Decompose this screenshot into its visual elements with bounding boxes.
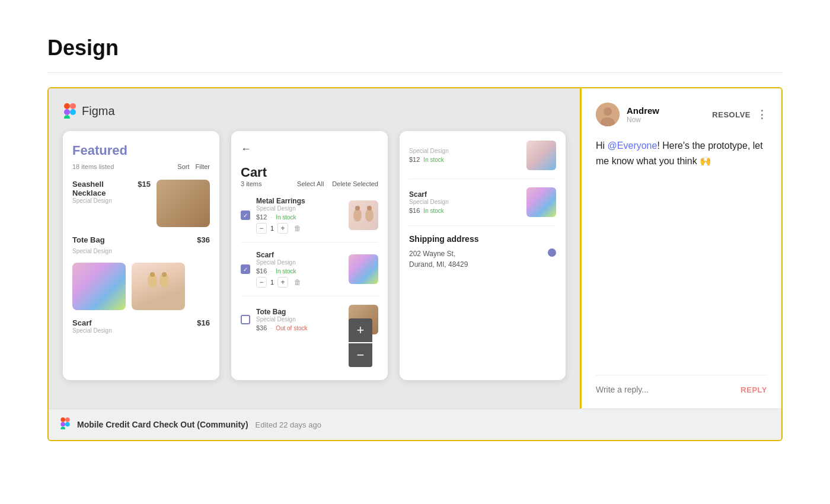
back-arrow-icon[interactable]: ← — [241, 143, 251, 155]
cart-item-info-1: Metal Earrings Special Design $12 · In s… — [256, 197, 343, 234]
qty-minus-1[interactable]: − — [256, 223, 267, 234]
avatar — [596, 103, 620, 126]
cart-item-price-row-3: $36 · Out of stock — [256, 324, 343, 331]
dot-3: · — [270, 325, 272, 331]
shipping-radio[interactable] — [548, 248, 556, 257]
qty-minus-2[interactable]: − — [256, 277, 267, 288]
svg-point-8 — [162, 272, 167, 277]
figma-canvas: Figma Featured 18 items listed Sort Filt… — [49, 88, 580, 409]
overlay-brand-2: Special Design — [409, 199, 521, 205]
shipping-section: Shipping address 202 Wayne St, Durand, M… — [409, 234, 556, 270]
product-brand-1: Special Design — [72, 197, 132, 204]
canvas-bottom: Mobile Credit Card Check Out (Community)… — [49, 409, 781, 440]
shipping-title: Shipping address — [409, 234, 556, 244]
cart-item-2: ✓ Scarf Special Design $16 · In stock − — [241, 251, 378, 296]
author-time: Now — [627, 116, 659, 124]
dot-2: · — [270, 268, 272, 275]
product-row-2-header: Tote Bag $36 — [72, 235, 210, 244]
cart-header: ← — [241, 143, 378, 155]
figma-logo-icon — [63, 103, 77, 119]
filter-sort: Sort Filter — [177, 163, 210, 170]
overlay-stock-1: In stock — [423, 157, 443, 163]
overlay-price-row-2: $16 In stock — [409, 207, 521, 214]
cart-item-price-row-2: $16 · In stock — [256, 267, 343, 275]
dot-1: · — [270, 214, 272, 221]
cart-item-stock-3: Out of stock — [276, 325, 307, 331]
cart-item-info-2: Scarf Special Design $16 · In stock − 1 … — [256, 251, 343, 288]
comment-author: Andrew Now — [596, 103, 659, 126]
cart-item-1: ✓ Metal Earrings Special Design $12 · In… — [241, 197, 378, 243]
scarf-name: Scarf — [72, 318, 112, 327]
avatar-face — [596, 103, 620, 126]
svg-rect-1 — [70, 103, 76, 109]
reply-button[interactable]: REPLY — [740, 385, 767, 394]
overlay-name-2: Scarf — [409, 190, 521, 199]
overlay-price-1: $12 — [409, 156, 420, 163]
scarf-brand: Special Design — [72, 327, 112, 334]
cart-item-price-2: $16 — [256, 267, 267, 275]
cart-item-name-2: Scarf — [256, 251, 343, 259]
comment-prefix: Hi — [596, 141, 608, 151]
title-divider — [47, 72, 783, 73]
delete-selected-btn[interactable]: Delete Selected — [332, 180, 378, 187]
cart-item-price-row-1: $12 · In stock — [256, 213, 343, 221]
cart-title: Cart — [241, 165, 378, 180]
cart-item-info-3: Tote Bag Special Design $36 · Out of sto… — [256, 308, 343, 331]
author-info: Andrew Now — [627, 106, 659, 124]
cart-earrings-image — [349, 200, 378, 230]
overlay-item-1: Special Design $12 In stock — [409, 141, 556, 179]
cart-item-price-3: $36 — [256, 324, 267, 331]
svg-rect-19 — [60, 426, 65, 429]
tote-name: Tote Bag — [72, 235, 105, 244]
cart-item-stock-1: In stock — [276, 214, 296, 221]
svg-point-7 — [150, 272, 155, 277]
overlay-scarf-image — [526, 187, 556, 217]
qty-plus-1[interactable]: + — [277, 223, 288, 234]
comment-header: Andrew Now RESOLVE ⋮ — [596, 103, 767, 126]
sort-label: Sort — [177, 163, 189, 170]
product-info-1: Seashell Necklace Special Design — [72, 180, 132, 227]
delete-icon-1[interactable]: 🗑 — [294, 224, 301, 232]
shipping-row: 202 Wayne St, Durand, MI, 48429 — [409, 248, 556, 270]
cart-actions: Select All Delete Selected — [297, 180, 378, 187]
resolve-button[interactable]: RESOLVE — [712, 110, 751, 119]
checkbox-2[interactable]: ✓ — [241, 264, 250, 274]
product-image-tote — [157, 180, 210, 227]
product-row-3 — [72, 263, 210, 310]
delete-icon-2[interactable]: 🗑 — [294, 278, 301, 286]
scarf-row: Scarf Special Design $16 — [72, 318, 210, 334]
qty-val-1: 1 — [270, 225, 274, 232]
cart-item-brand-1: Special Design — [256, 205, 343, 212]
featured-frame: Featured 18 items listed Sort Filter Sea… — [63, 131, 219, 380]
svg-rect-3 — [64, 115, 70, 119]
more-options-icon[interactable]: ⋮ — [756, 108, 767, 121]
shipping-line2: Durand, MI, 48429 — [409, 259, 468, 270]
scarf-info: Scarf Special Design — [72, 318, 112, 334]
svg-rect-2 — [64, 109, 70, 115]
main-card: Figma Featured 18 items listed Sort Filt… — [47, 87, 783, 441]
featured-title: Featured — [72, 143, 210, 158]
earrings-image — [132, 263, 185, 310]
svg-point-20 — [65, 422, 70, 427]
scarf-price: $16 — [197, 318, 210, 334]
page-title: Design — [47, 36, 783, 60]
reply-input[interactable] — [596, 385, 740, 394]
file-name: Mobile Credit Card Check Out (Community) — [77, 420, 248, 429]
frames-container: Featured 18 items listed Sort Filter Sea… — [63, 131, 566, 380]
card-content: Figma Featured 18 items listed Sort Filt… — [49, 88, 781, 409]
comment-body: Hi @Everyone! Here's the prototype, let … — [596, 138, 767, 357]
overlay-stock-2: In stock — [423, 208, 443, 214]
product-row-1: Seashell Necklace Special Design $15 — [72, 180, 210, 227]
reply-area: REPLY — [596, 375, 767, 394]
svg-rect-17 — [65, 417, 70, 422]
checkbox-1[interactable]: ✓ — [241, 210, 250, 220]
scarf-image — [72, 263, 126, 310]
author-name: Andrew — [627, 106, 659, 116]
cart-item-name-3: Tote Bag — [256, 308, 343, 316]
tote-brand: Special Design — [72, 248, 210, 254]
svg-point-14 — [604, 107, 612, 116]
select-all-btn[interactable]: Select All — [297, 180, 324, 187]
overlay-price-row-1: $12 In stock — [409, 156, 521, 163]
qty-plus-2[interactable]: + — [277, 277, 288, 288]
checkbox-3[interactable] — [241, 315, 250, 324]
